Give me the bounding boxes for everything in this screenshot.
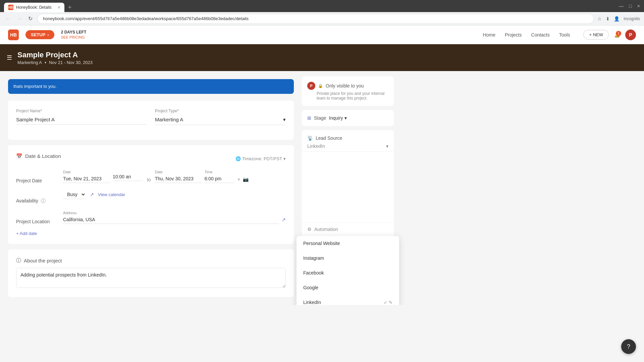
calendar-picker-icon[interactable]: 📷 xyxy=(243,177,249,182)
address-actions: ☆ ⬇ 👤 Incognito xyxy=(597,16,640,21)
clear-time-btn[interactable]: × xyxy=(237,177,240,182)
new-tab-button[interactable]: + xyxy=(65,3,74,12)
private-badge: 🔒 xyxy=(318,83,323,88)
private-section: P 🔒 Only visible to you Private place fo… xyxy=(302,76,394,106)
lead-option-facebook[interactable]: Facebook xyxy=(297,265,399,280)
lead-option-label-personal: Personal Website xyxy=(303,241,340,246)
header-actions: + NEW 🔔 1 P xyxy=(583,29,636,40)
lead-source-dropdown-arrow: ▾ xyxy=(386,143,388,149)
project-name-input[interactable] xyxy=(16,115,147,125)
project-type-group: Project Type* Markerting A ▾ xyxy=(155,109,286,125)
project-date-row: Project Date Date to Date xyxy=(16,170,286,183)
add-date-button[interactable]: + Add date xyxy=(16,231,286,236)
lead-option-label-instagram: Instagram xyxy=(303,255,324,261)
private-label: Only visible to you xyxy=(326,83,364,88)
notifications-button[interactable]: 🔔 1 xyxy=(614,32,620,38)
tab-close-btn[interactable]: × xyxy=(58,5,60,10)
menu-icon[interactable]: ☰ xyxy=(7,54,12,61)
about-section: ⓘ About the project Adding potential pro… xyxy=(8,249,294,297)
lead-option-instagram[interactable]: Instagram xyxy=(297,251,399,265)
availability-select[interactable]: Busy Free xyxy=(63,190,86,199)
project-title-area: Sample Project A Markerting A ▾ Nov 21 -… xyxy=(17,51,93,65)
project-type-label: Project Type* xyxy=(155,109,286,113)
address-sub-label: Address xyxy=(63,211,286,215)
date-location-section: 📅 Date & Location 🌐 Timezone: PDT/PST ▾ … xyxy=(8,145,294,244)
bookmark-icon[interactable]: ☆ xyxy=(597,16,602,21)
profile-icon[interactable]: 👤 xyxy=(614,16,620,21)
lead-option-google[interactable]: Google xyxy=(297,280,399,295)
user-avatar[interactable]: P xyxy=(625,29,636,40)
project-name-label: Project Name* xyxy=(16,109,147,113)
nav-tools[interactable]: Tools xyxy=(559,32,570,38)
refresh-btn[interactable]: ↻ xyxy=(27,14,34,23)
end-date-input[interactable] xyxy=(155,175,202,183)
active-tab[interactable]: HB HoneyBook: Details × xyxy=(4,3,64,12)
project-location-label: Project Location xyxy=(16,211,63,224)
start-time-group xyxy=(113,172,143,181)
sidebar: P 🔒 Only visible to you Private place fo… xyxy=(302,71,399,305)
info-bar: thats important to you. xyxy=(8,79,294,94)
availability-content: Busy Free ↗ View calendar xyxy=(63,190,286,199)
lead-option-label-google: Google xyxy=(303,285,318,290)
stage-row: ⊞ Stage Inquiry ▾ xyxy=(307,115,388,121)
address-bar: ← → ↻ honeybook.com/app/event/655d767a5e… xyxy=(0,12,644,25)
stage-value: Inquiry xyxy=(329,115,343,121)
timezone-value: PDT/PST xyxy=(264,156,282,161)
about-textarea[interactable]: Adding potential prospects from LinkedIn… xyxy=(16,268,286,288)
lead-option-personal-website[interactable]: Personal Website xyxy=(297,236,399,251)
end-time-label: Time xyxy=(205,170,235,174)
sidebar-avatar: P xyxy=(307,82,315,90)
minimize-btn[interactable]: — xyxy=(619,3,624,9)
setup-button[interactable]: SETUP › xyxy=(25,30,54,39)
see-pricing-link[interactable]: SEE PRICING xyxy=(61,35,87,40)
timezone-label: Timezone: xyxy=(242,156,262,161)
browser-chrome: HB HoneyBook: Details × + — □ × xyxy=(0,0,644,12)
end-time-input[interactable] xyxy=(205,175,235,183)
setup-label: SETUP xyxy=(31,32,45,37)
download-icon[interactable]: ⬇ xyxy=(606,16,610,21)
view-calendar-link[interactable]: View calendar xyxy=(98,192,125,197)
address-input[interactable] xyxy=(63,216,279,224)
window-controls: — □ × xyxy=(619,3,640,9)
back-btn[interactable]: ← xyxy=(4,14,12,23)
lead-option-linkedin[interactable]: LinkedIn ✓ ✎ xyxy=(297,295,399,305)
availability-row: Availability ⓘ Busy Free ↗ View calendar xyxy=(16,190,286,204)
automation-icon: ⚙ xyxy=(307,227,312,232)
project-type-select[interactable]: Markerting A ▾ xyxy=(155,115,286,125)
project-title: Sample Project A xyxy=(17,51,93,59)
url-bar[interactable]: honeybook.com/app/event/655d767a5e486b08… xyxy=(37,14,594,24)
availability-info-icon[interactable]: ⓘ xyxy=(41,198,46,203)
nav-projects[interactable]: Projects xyxy=(505,32,522,38)
lead-source-icon: 📡 xyxy=(307,135,313,141)
stage-dropdown[interactable]: Inquiry ▾ xyxy=(329,115,347,121)
external-link-icon[interactable]: ↗ xyxy=(282,217,286,222)
start-time-input[interactable] xyxy=(113,173,143,181)
date-location-title: Date & Location xyxy=(25,153,61,159)
hb-logo[interactable]: HB xyxy=(8,29,19,40)
info-icon: ⓘ xyxy=(16,257,21,264)
lead-source-selected[interactable]: LinkedIn ▾ xyxy=(302,141,394,152)
end-time-group: Time xyxy=(205,170,235,183)
close-btn[interactable]: × xyxy=(637,3,640,9)
lead-option-label-linkedin: LinkedIn xyxy=(303,300,321,305)
maximize-btn[interactable]: □ xyxy=(629,3,632,9)
lead-source-dropdown: Personal Website Instagram Facebook Goog… xyxy=(297,236,399,305)
start-date-input[interactable] xyxy=(63,175,110,183)
private-header: P 🔒 Only visible to you xyxy=(307,82,388,90)
nav-home[interactable]: Home xyxy=(483,32,495,38)
project-type-dropdown[interactable]: ▾ xyxy=(45,61,46,64)
automation-label: Automation xyxy=(314,227,338,232)
forward-btn[interactable]: → xyxy=(15,14,23,23)
stage-label: Stage xyxy=(314,115,326,121)
nav-contacts[interactable]: Contacts xyxy=(531,32,550,38)
lead-source-header: 📡 Lead Source xyxy=(302,130,394,141)
view-calendar-icon: ↗ xyxy=(90,192,94,197)
project-location-content: Address ↗ xyxy=(63,211,286,224)
browser-tabs: HB HoneyBook: Details × + xyxy=(4,0,74,12)
setup-info: 2 DAYS LEFT SEE PRICING xyxy=(61,30,87,40)
private-description: Private place for you and your internal … xyxy=(317,91,388,101)
timezone-selector[interactable]: 🌐 Timezone: PDT/PST ▾ xyxy=(235,156,286,161)
new-button[interactable]: + NEW xyxy=(583,30,609,40)
edit-icon[interactable]: ✓ ✎ xyxy=(384,300,392,305)
lead-source-section: 📡 Lead Source LinkedIn ▾ Personal Websit… xyxy=(302,130,394,236)
